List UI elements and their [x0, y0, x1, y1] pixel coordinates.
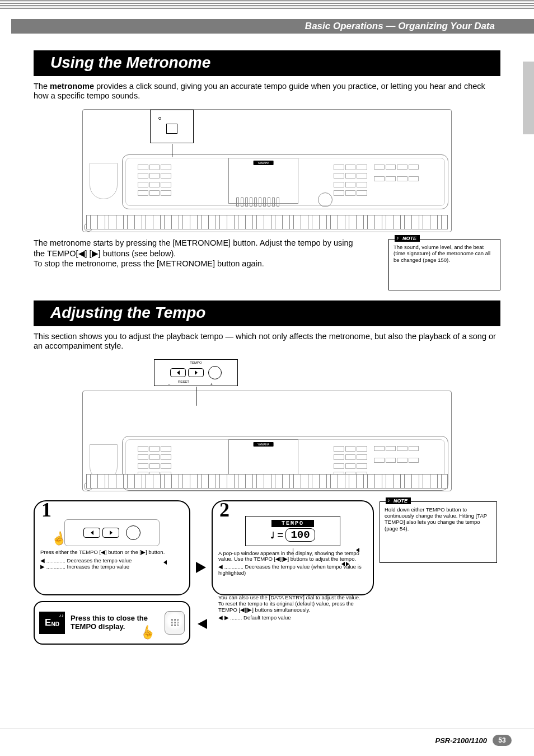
breadcrumb: Basic Operations — Organizing Your Data — [305, 21, 495, 32]
page-number: 53 — [493, 735, 512, 746]
metronome-instructions: The metronome starts by pressing the [ME… — [34, 238, 366, 290]
metronome-intro: The metronome provides a click sound, gi… — [34, 82, 500, 101]
keyboard-diagram-1: YAMAHA 12345678 PSR-2100 — [82, 109, 452, 232]
tempo-intro: This section shows you to adjust the pla… — [34, 332, 500, 351]
section-heading-tempo: Adjusting the Tempo — [34, 300, 500, 326]
note-icon: NOTE — [386, 497, 411, 504]
tempo-buttons-detail — [64, 519, 160, 546]
hand-icon: ☝ — [50, 530, 68, 547]
arrow-left-icon — [198, 619, 207, 629]
steps-row: 1 ☝ Press either the TEMPO [◀] button or… — [34, 500, 500, 595]
end-box: END♪♪ Press this to close the TEMPO disp… — [34, 601, 190, 645]
page-footer: PSR-2100/1100 53 — [435, 735, 512, 746]
tempo-display: TEMPO ♩=100 — [245, 516, 340, 546]
step-1-text: Press either the TEMPO [◀] button or the… — [40, 550, 184, 556]
arrow-right-icon — [196, 562, 206, 573]
step-2-box: 2 TEMPO ♩=100 A pop-up window appears in… — [212, 500, 374, 595]
end-badge: END♪♪ — [39, 612, 65, 634]
section-heading-metronome: Using the Metronome — [34, 50, 500, 76]
note-icon: NOTE — [395, 235, 420, 242]
note-box-2: NOTE Hold down either TEMPO button to co… — [380, 501, 497, 563]
tap-tempo-icon — [208, 366, 222, 379]
exit-button-icon — [165, 611, 185, 635]
step-2-text-b: You can also use the [DATA ENTRY] dial t… — [218, 595, 367, 613]
keyboard-diagram-2: TEMPO RESET −+ YAMAHA 12345678 PSR-2100 — [82, 359, 452, 494]
metronome-button-callout — [150, 110, 194, 143]
tempo-button-callout: TEMPO RESET −+ — [154, 359, 238, 386]
header-bar: Basic Operations — Organizing Your Data — [11, 19, 534, 34]
note-box-1: NOTE The sound, volume level, and the be… — [388, 239, 500, 290]
side-tab — [523, 62, 534, 134]
step-1-box: 1 ☝ Press either the TEMPO [◀] button or… — [34, 500, 190, 595]
